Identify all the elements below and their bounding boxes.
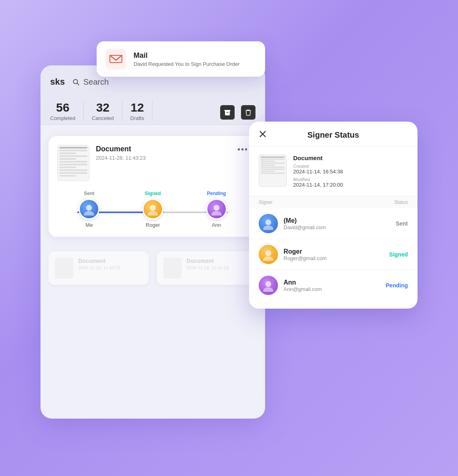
ghost-card-1: Document 2024-11-28, 11:43:23: [49, 251, 149, 285]
svg-point-17: [263, 256, 274, 261]
mail-icon-wrap: [105, 49, 126, 69]
signer-row-roger-avatar: [259, 245, 278, 264]
signer-row-ann: Ann Ann@gmail.com Pending: [249, 270, 417, 301]
signer-me-name: Me: [85, 222, 93, 228]
stat-drafts-label: Drafts: [130, 115, 144, 121]
signer-row-roger-info: Roger Roger@gmail.com: [284, 248, 383, 261]
signer-roger: Signed Roger: [121, 191, 185, 228]
modal-title: Signer Status: [308, 130, 359, 140]
ghost-card-2: Document 2024-11-28, 11:43:23: [157, 251, 257, 285]
signer-ann-avatar: [206, 199, 227, 220]
svg-point-7: [148, 211, 158, 216]
svg-point-9: [211, 211, 222, 216]
signer-col-header: Signer: [259, 199, 273, 205]
signer-row-me-email: David@gmail.com: [284, 224, 390, 230]
signer-row-me-info: (Me) David@gmail.com: [284, 217, 390, 230]
doc-name: Document: [96, 145, 231, 153]
signer-roger-name: Roger: [146, 222, 160, 228]
signer-row-ann-avatar: [259, 276, 278, 295]
mail-notification: Mail David Requested You to Sign Purchas…: [97, 41, 265, 77]
signer-row-ann-name: Ann: [284, 279, 380, 286]
stats-row: 56 Completed 32 Canceled 12 Drafts: [41, 94, 265, 125]
svg-point-4: [86, 205, 92, 211]
signer-row-me: (Me) David@gmail.com Sent: [249, 208, 417, 239]
svg-point-8: [213, 205, 219, 211]
app-card: sks Search 56 Completed 32 Canceled: [41, 65, 265, 419]
doc-date: 2024-11-28, 11:43:23: [96, 155, 231, 161]
search-label: Search: [83, 77, 109, 87]
modal-modified-label: Modified: [293, 177, 343, 182]
mail-content: Mail David Requested You to Sign Purchas…: [134, 51, 240, 67]
doc-menu-button[interactable]: •••: [237, 145, 248, 154]
modal-created-value: 2024-11-14, 16:54:38: [293, 169, 343, 175]
doc-card-header: Document 2024-11-28, 11:43:23 •••: [57, 145, 248, 181]
ghost-doc-name-2: Document: [186, 258, 229, 264]
svg-point-16: [265, 250, 271, 256]
stat-drafts-number: 12: [130, 101, 144, 114]
modal-close-button[interactable]: [257, 128, 268, 140]
signer-me: Sent Me: [57, 191, 121, 228]
delete-icon-button[interactable]: [241, 105, 255, 120]
signer-row-roger-email: Roger@gmail.com: [284, 255, 383, 261]
svg-line-1: [77, 83, 79, 85]
ghost-doc-date-2: 2024-11-28, 11:43:23: [186, 265, 229, 270]
doc-thumbnail: [57, 145, 89, 181]
signer-progress: Sent Me Signed Ro: [57, 191, 248, 228]
modal-doc-thumbnail: [259, 155, 287, 187]
svg-rect-2: [225, 110, 231, 111]
svg-point-15: [263, 226, 274, 230]
signer-ann-status: Pending: [207, 191, 226, 196]
svg-point-19: [263, 287, 274, 292]
signer-me-initials: [80, 200, 98, 218]
signer-row-ann-email: Ann@gmail.com: [284, 286, 380, 292]
signer-ann-initials: [207, 200, 226, 218]
signer-row-me-name: (Me): [284, 217, 390, 224]
ghost-cards: Document 2024-11-28, 11:43:23 Document 2…: [49, 248, 257, 285]
signer-roger-initials: [144, 200, 162, 218]
ghost-doc-name-1: Document: [78, 258, 120, 264]
signer-row-roger: Roger Roger@gmail.com Signed: [249, 239, 417, 270]
ghost-thumb-2: [163, 258, 182, 279]
stat-canceled-number: 32: [96, 101, 109, 114]
signer-row-ann-info: Ann Ann@gmail.com: [284, 279, 380, 292]
svg-point-14: [265, 220, 271, 225]
signer-row-me-status: Sent: [396, 220, 408, 227]
doc-info: Document 2024-11-28, 11:43:23: [96, 145, 231, 161]
modal-header: Signer Status: [249, 122, 417, 146]
search-area[interactable]: Search: [71, 77, 109, 87]
scene: sks Search 56 Completed 32 Canceled: [41, 33, 417, 443]
svg-point-18: [265, 281, 271, 287]
signer-table-header: Signer Status: [249, 196, 417, 208]
stat-canceled: 32 Canceled: [84, 101, 122, 121]
icon-buttons: [220, 105, 255, 121]
svg-point-5: [84, 211, 95, 216]
ghost-doc-date-1: 2024-11-28, 11:43:23: [78, 265, 120, 270]
signer-ann-name: Ann: [212, 222, 221, 228]
modal-doc-info: Document Created 2024-11-14, 16:54:38 Mo…: [249, 146, 417, 196]
document-card: Document 2024-11-28, 11:43:23 ••• Sent: [49, 136, 257, 237]
app-title-stub: sks: [50, 77, 65, 87]
signer-row-ann-status: Pending: [386, 282, 408, 289]
status-col-header: Status: [394, 199, 408, 205]
signer-status-modal: Signer Status Document Created 2024-11-1…: [249, 122, 417, 309]
modal-created-label: Created: [293, 164, 343, 169]
archive-icon-button[interactable]: [220, 105, 235, 120]
signer-roger-avatar: [142, 199, 163, 220]
ghost-info-2: Document 2024-11-28, 11:43:23: [186, 258, 229, 270]
svg-point-6: [150, 205, 156, 211]
signer-row-roger-name: Roger: [284, 248, 383, 255]
stat-completed-label: Completed: [50, 115, 75, 121]
modal-modified-value: 2024-11-14, 17:20:00: [293, 182, 343, 188]
stat-completed-number: 56: [56, 101, 69, 114]
ghost-info-1: Document 2024-11-28, 11:43:23: [78, 258, 120, 270]
stat-completed: 56 Completed: [50, 101, 84, 121]
signer-roger-status: Signed: [145, 191, 161, 196]
stat-drafts: 12 Drafts: [122, 101, 153, 121]
mail-title: Mail: [134, 51, 240, 60]
signer-me-status: Sent: [84, 191, 94, 196]
modal-doc-title: Document: [293, 155, 343, 161]
signer-row-me-avatar: [259, 214, 278, 233]
stat-canceled-label: Canceled: [92, 115, 114, 121]
signer-me-avatar: [79, 199, 99, 220]
modal-doc-details: Document Created 2024-11-14, 16:54:38 Mo…: [293, 155, 343, 188]
